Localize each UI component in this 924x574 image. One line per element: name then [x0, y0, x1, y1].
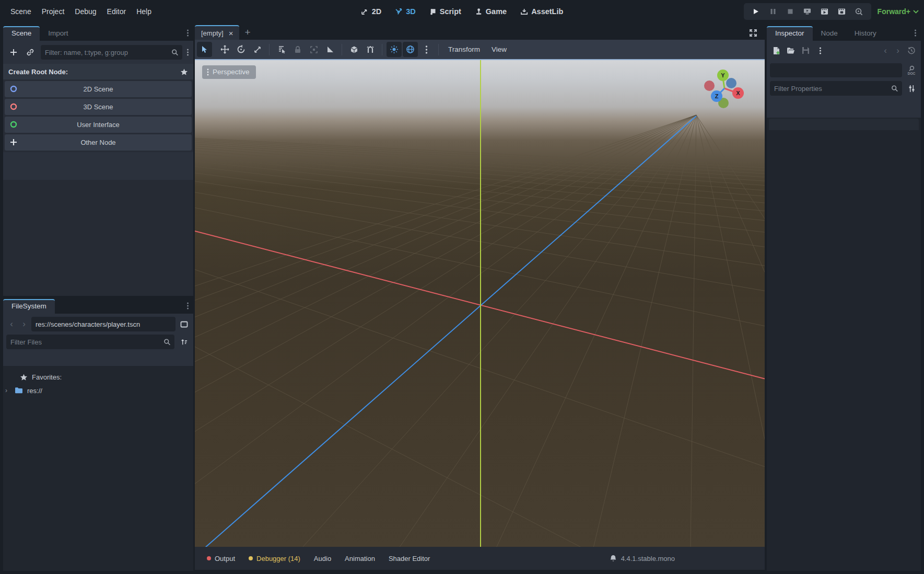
save-icon — [802, 47, 810, 54]
tree-expand-icon[interactable]: › — [5, 387, 10, 394]
menu-debug[interactable]: Debug — [69, 5, 101, 18]
group-selected-button[interactable] — [306, 42, 321, 57]
inspector-filter-input[interactable] — [774, 85, 891, 93]
scene-filter-input[interactable] — [45, 49, 171, 56]
view-menu[interactable]: View — [486, 43, 512, 56]
play-custom-scene-icon — [838, 8, 846, 15]
local-space-button[interactable] — [346, 42, 361, 57]
tab-history[interactable]: History — [846, 26, 885, 41]
workspace-3d[interactable]: 3D — [392, 5, 419, 18]
workspace-script[interactable]: Script — [426, 5, 464, 18]
inspector-dock-menu-icon[interactable] — [914, 29, 917, 37]
remote-debug-button[interactable] — [801, 5, 814, 18]
tab-node[interactable]: Node — [813, 26, 846, 41]
filesystem-menu-icon[interactable] — [186, 302, 189, 310]
new-resource-button[interactable] — [770, 44, 782, 57]
view-axis-gizmo[interactable]: Y X Z — [696, 66, 753, 114]
tab-filesystem[interactable]: FileSystem — [3, 299, 55, 314]
movie-maker-button[interactable] — [852, 5, 866, 18]
tab-inspector[interactable]: Inspector — [767, 26, 813, 41]
history-forward-button[interactable]: › — [19, 318, 29, 330]
scale-tool-button[interactable] — [250, 42, 265, 57]
menu-scene[interactable]: Scene — [5, 5, 37, 18]
property-tools-button[interactable] — [905, 82, 918, 95]
stop-button[interactable] — [783, 5, 797, 18]
add-node-button[interactable] — [7, 46, 20, 59]
inspector-properties-area[interactable] — [767, 118, 921, 571]
inspector-body: ‹ › DOC — [767, 41, 921, 571]
pause-icon — [770, 8, 776, 15]
close-tab-icon[interactable]: × — [229, 29, 233, 38]
version-label: 4.4.1.stable.mono — [621, 555, 675, 562]
file-sort-button[interactable] — [178, 336, 190, 348]
open-docs-button[interactable]: DOC — [905, 64, 918, 77]
create-other-node-button[interactable]: Other Node — [5, 134, 192, 151]
filesystem-filter-box — [6, 335, 174, 349]
output-panel-button[interactable]: Output — [201, 552, 241, 565]
scene-tree-area[interactable] — [3, 180, 193, 296]
playback-area: Forward+ — [744, 0, 919, 23]
perspective-menu[interactable]: Perspective — [202, 65, 256, 79]
scene-dock-body: Create Root Node: 2D Scene 3D Scene User… — [3, 41, 193, 296]
workspace-2d[interactable]: 2D — [358, 5, 385, 18]
load-resource-button[interactable] — [785, 44, 797, 57]
transform-menu[interactable]: Transform — [443, 43, 485, 56]
create-3d-scene-button[interactable]: 3D Scene — [5, 99, 192, 115]
filesystem-filter-input[interactable] — [10, 338, 163, 346]
create-2d-scene-button[interactable]: 2D Scene — [5, 81, 192, 97]
scene-dock-menu-icon[interactable] — [186, 29, 189, 37]
rotate-tool-button[interactable] — [233, 42, 249, 57]
snap-mode-button[interactable] — [362, 42, 378, 57]
filesystem-body: ‹ › res://scenes/characters/player.tscn — [3, 314, 193, 571]
ruler-mode-button[interactable] — [322, 42, 337, 57]
distraction-free-button[interactable] — [749, 29, 757, 37]
menu-help[interactable]: Help — [131, 5, 157, 18]
workspace-game[interactable]: Game — [472, 5, 510, 18]
workspace-assetlib[interactable]: AssetLib — [517, 5, 566, 18]
pause-button[interactable] — [766, 5, 780, 18]
renderer-selector[interactable]: Forward+ — [878, 7, 919, 16]
inspector-forward-button[interactable]: › — [893, 44, 903, 57]
current-path-field[interactable]: res://scenes/characters/player.tscn — [31, 317, 176, 331]
scene-filter-menu-icon[interactable] — [186, 48, 189, 56]
history-back-button[interactable]: ‹ — [6, 318, 17, 330]
selection-list-button[interactable] — [274, 42, 289, 57]
create-ui-scene-button[interactable]: User Interface — [5, 117, 192, 133]
scene-tab-empty[interactable]: [empty] × — [195, 25, 239, 40]
preview-environment-button[interactable] — [403, 42, 418, 57]
move-tool-button[interactable] — [217, 42, 232, 57]
resource-name-field[interactable] — [770, 63, 902, 77]
viewport-3d[interactable]: Perspective Y X Z — [195, 59, 765, 547]
menu-project[interactable]: Project — [37, 5, 70, 18]
3d-icon — [395, 8, 403, 16]
game-icon — [475, 8, 483, 16]
preview-sun-button[interactable] — [387, 42, 402, 57]
favorite-star-icon[interactable] — [180, 68, 188, 76]
favorites-row[interactable]: Favorites: — [3, 370, 193, 384]
debugger-panel-button[interactable]: Debugger (14) — [243, 552, 306, 565]
output-status-dot — [207, 556, 211, 560]
current-path-text: res://scenes/characters/player.tscn — [36, 320, 140, 328]
select-tool-button[interactable] — [197, 42, 212, 57]
inspector-back-button[interactable]: ‹ — [880, 44, 891, 57]
instance-scene-button[interactable] — [24, 46, 37, 59]
extra-options-button[interactable] — [419, 42, 434, 57]
new-scene-tab-button[interactable]: + — [244, 27, 250, 40]
save-resource-button[interactable] — [799, 44, 812, 57]
play-scene-button[interactable] — [818, 5, 832, 18]
toggle-split-mode-button[interactable] — [178, 318, 190, 330]
main-screen: [empty] × + — [195, 25, 765, 571]
res-root-row[interactable]: › res:// — [3, 384, 193, 397]
play-custom-scene-button[interactable] — [835, 5, 849, 18]
resource-extra-menu[interactable] — [814, 44, 826, 57]
animation-panel-button[interactable]: Animation — [339, 552, 381, 565]
tab-scene[interactable]: Scene — [3, 26, 40, 41]
inspector-history-button[interactable] — [905, 44, 918, 57]
version-info[interactable]: 4.4.1.stable.mono — [610, 555, 758, 562]
menu-editor[interactable]: Editor — [102, 5, 132, 18]
audio-panel-button[interactable]: Audio — [308, 552, 337, 565]
shader-editor-panel-button[interactable]: Shader Editor — [383, 552, 436, 565]
lock-selected-button[interactable] — [290, 42, 305, 57]
tab-import[interactable]: Import — [40, 26, 76, 41]
play-button[interactable] — [749, 5, 763, 18]
